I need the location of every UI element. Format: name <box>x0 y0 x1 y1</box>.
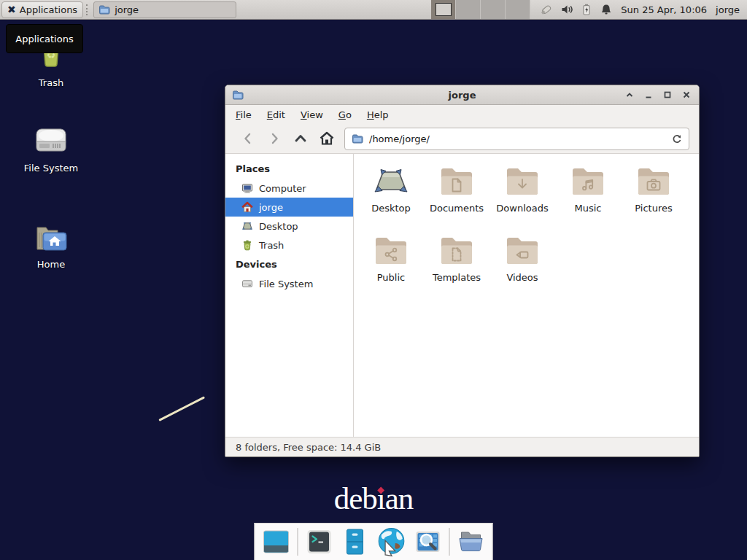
dock-separator <box>449 528 450 556</box>
toolbar <box>225 124 699 154</box>
sidebar-item-computer[interactable]: Computer <box>225 179 353 198</box>
folder-item-desktop[interactable]: Desktop <box>358 167 424 236</box>
maximize-button[interactable] <box>661 89 673 101</box>
status-text: 8 folders, Free space: 14.4 GiB <box>236 442 381 453</box>
web-browser-icon[interactable] <box>376 526 407 557</box>
menu-view[interactable]: View <box>301 109 323 120</box>
top-panel: ✖ Applications jorge <box>0 0 747 20</box>
panel-clock[interactable]: Sun 25 Apr, 10:06 <box>621 4 707 15</box>
window-body: Places Computer jorge <box>225 154 699 437</box>
home-button[interactable] <box>314 128 340 149</box>
dock-separator <box>298 528 298 556</box>
volume-icon[interactable] <box>560 3 573 16</box>
back-button[interactable] <box>235 128 261 149</box>
minimize-button[interactable] <box>642 89 654 101</box>
sidebar: Places Computer jorge <box>225 154 354 437</box>
menu-help[interactable]: Help <box>367 109 389 120</box>
desktop-icon-label: Home <box>37 259 65 270</box>
sidebar-item-jorge[interactable]: jorge <box>225 198 353 217</box>
music-folder-icon <box>570 167 605 196</box>
sidebar-item-label: Computer <box>259 183 306 194</box>
applications-tooltip: Applications <box>6 24 83 53</box>
show-desktop-icon[interactable] <box>262 527 291 556</box>
file-manager-window: jorge File Edit View Go Help <box>225 85 700 457</box>
folder-item-music[interactable]: Music <box>555 167 621 236</box>
folder-item-templates[interactable]: Templates <box>424 236 489 306</box>
workspace-window-miniature <box>436 3 452 16</box>
input-device-icon[interactable] <box>539 3 554 16</box>
shade-button[interactable] <box>623 89 635 101</box>
file-manager-icon[interactable] <box>341 527 370 556</box>
menu-file[interactable]: File <box>236 109 252 120</box>
desktop-icon-file-system[interactable]: File System <box>13 122 89 174</box>
sidebar-item-label: Trash <box>259 240 284 251</box>
folder-item-videos[interactable]: Videos <box>489 236 555 306</box>
up-button[interactable] <box>287 128 314 149</box>
folder-item-pictures[interactable]: Pictures <box>621 167 686 236</box>
reload-icon[interactable] <box>671 133 682 144</box>
sidebar-header-devices: Devices <box>225 254 353 274</box>
desktop-icon-label: Trash <box>39 77 63 88</box>
documents-folder-icon <box>439 167 474 196</box>
folder-item-downloads[interactable]: Downloads <box>489 167 555 236</box>
forward-button[interactable] <box>261 128 287 149</box>
sidebar-item-label: Desktop <box>259 221 298 232</box>
home-folder-icon <box>34 223 68 254</box>
location-bar[interactable] <box>344 128 689 150</box>
videos-folder-icon <box>505 236 540 265</box>
workspace-4[interactable] <box>506 0 530 19</box>
status-bar: 8 folders, Free space: 14.4 GiB <box>225 437 699 456</box>
folder-label: Pictures <box>635 203 672 214</box>
window-titlebar[interactable]: jorge <box>225 85 699 105</box>
battery-charging-icon[interactable] <box>580 3 593 16</box>
directory-menu-icon[interactable] <box>457 527 486 556</box>
system-tray <box>539 3 613 16</box>
folder-icon <box>98 4 110 15</box>
folder-label: Music <box>575 203 602 214</box>
path-input[interactable] <box>369 133 665 144</box>
sidebar-item-trash[interactable]: Trash <box>225 236 353 254</box>
xfce-logo-icon: ✖ <box>7 4 16 15</box>
close-button[interactable] <box>680 89 692 101</box>
folder-label: Desktop <box>371 203 411 214</box>
pictures-folder-icon <box>636 167 671 196</box>
hard-drive-icon <box>34 122 69 158</box>
folder-label: Documents <box>430 203 484 214</box>
notifications-bell-icon[interactable] <box>600 3 613 16</box>
public-folder-icon <box>374 236 409 265</box>
folder-item-public[interactable]: Public <box>358 236 424 306</box>
folder-label: Public <box>377 272 405 283</box>
wallpaper-stroke <box>158 396 205 421</box>
workspace-switcher <box>431 0 530 19</box>
workspace-1[interactable] <box>431 0 456 19</box>
sidebar-item-label: File System <box>259 279 313 289</box>
sidebar-item-desktop[interactable]: Desktop <box>225 217 353 236</box>
folder-view: Desktop Documents Downloads <box>354 154 699 437</box>
taskbar-window-button[interactable]: jorge <box>93 1 236 18</box>
templates-folder-icon <box>439 236 474 265</box>
menu-go[interactable]: Go <box>338 109 352 120</box>
workspace-3[interactable] <box>481 0 506 19</box>
folder-label: Downloads <box>496 203 548 214</box>
applications-menu-button[interactable]: ✖ Applications <box>1 1 83 18</box>
home-icon <box>241 201 253 213</box>
terminal-emulator-icon[interactable] <box>305 527 334 556</box>
folder-label: Templates <box>433 272 481 283</box>
applications-menu-label: Applications <box>20 4 77 15</box>
panel-grip <box>86 4 90 15</box>
folder-item-documents[interactable]: Documents <box>424 167 489 236</box>
drive-icon <box>241 278 253 289</box>
tooltip-label: Applications <box>15 34 73 44</box>
trash-small-icon <box>241 239 253 251</box>
menu-bar: File Edit View Go Help <box>225 105 699 124</box>
workspace-2[interactable] <box>456 0 481 19</box>
menu-edit[interactable]: Edit <box>267 109 285 120</box>
downloads-folder-icon <box>505 167 540 196</box>
debian-logo-text: debıan <box>334 481 414 516</box>
application-finder-icon[interactable] <box>414 527 443 556</box>
desktop-icon <box>241 220 253 232</box>
dock <box>255 523 493 560</box>
sidebar-item-file-system[interactable]: File System <box>225 274 353 293</box>
desktop-icon-home[interactable]: Home <box>13 223 89 270</box>
debian-logo: debıan <box>334 483 414 514</box>
